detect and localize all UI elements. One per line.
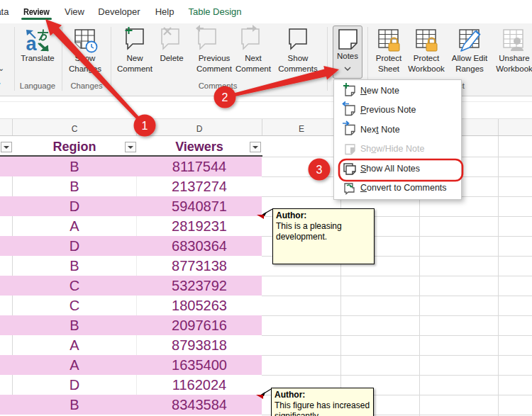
svg-text:2: 2: [222, 91, 228, 103]
svg-text:3: 3: [316, 164, 323, 176]
svg-text:1: 1: [142, 120, 148, 132]
